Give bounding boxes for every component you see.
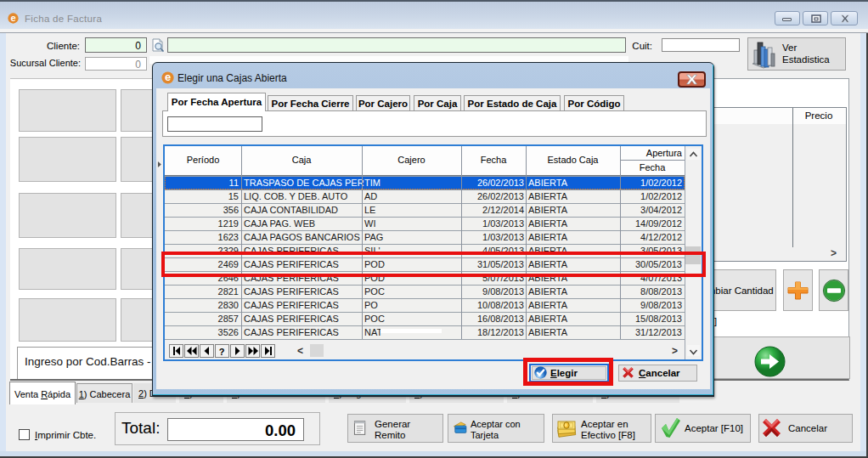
svg-text:e: e [165,71,171,83]
svg-text:?: ? [219,347,225,357]
svg-text:e: e [10,13,15,23]
